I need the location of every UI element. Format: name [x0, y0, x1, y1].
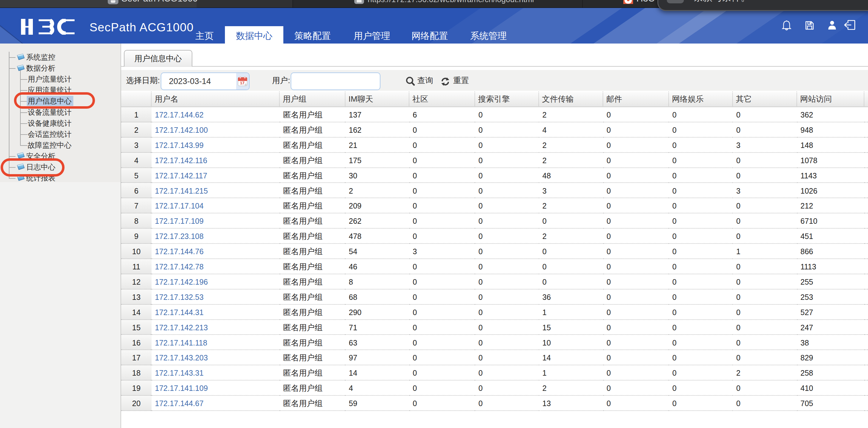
- svg-text:17: 17: [240, 81, 244, 85]
